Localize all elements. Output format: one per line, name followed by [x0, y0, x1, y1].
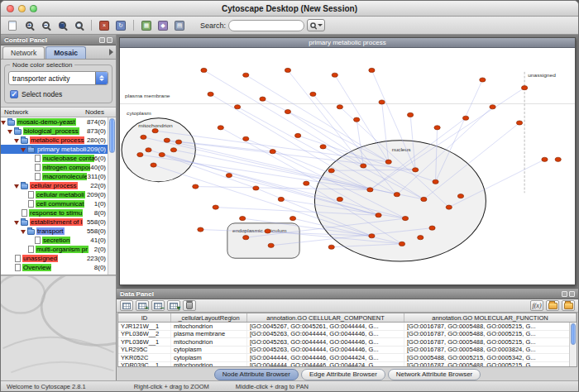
- table-cell[interactable]: cytoplasm: [171, 347, 247, 354]
- tab-node-attribute-browser[interactable]: Node Attribute Browser: [214, 369, 299, 380]
- close-window-icon[interactable]: [7, 5, 14, 12]
- tab-network-attribute-browser[interactable]: Network Attribute Browser: [388, 369, 481, 380]
- tab-scroll-right-icon[interactable]: [109, 49, 113, 55]
- float-panel-icon[interactable]: [99, 37, 105, 43]
- expander-icon[interactable]: [14, 136, 21, 144]
- delete-attribute-icon[interactable]: −: [151, 300, 165, 311]
- table-cell[interactable]: plasma membrane: [171, 331, 247, 338]
- tree-row-macromolecule[interactable]: macromolecule311(0): [1, 172, 108, 181]
- network-view-title-bar[interactable]: primary metabolic process: [120, 38, 575, 48]
- table-cell[interactable]: YPL036W__2: [118, 331, 171, 338]
- plugins-icon[interactable]: ▤: [172, 18, 187, 32]
- float-data-panel-icon[interactable]: [562, 291, 567, 297]
- tab-network[interactable]: Network: [2, 46, 45, 59]
- column-header-annotation-go-molecular-function[interactable]: annotation.GO MOLECULAR_FUNCTION: [404, 313, 577, 322]
- tree-row-mosaic-demo-yeast[interactable]: mosaic-demo-yeast874(0): [1, 117, 108, 127]
- table-cell[interactable]: [GO:0016787, GO:0005488, GO:0005215, G..…: [404, 338, 577, 346]
- zoom-in-icon[interactable]: +: [22, 18, 36, 32]
- table-cell[interactable]: [GO:0044444, GO:0044446, GO:0044424, G..…: [247, 354, 404, 361]
- table-row[interactable]: YLR295Ccytoplasm[GO:0045263, GO:0044444,…: [118, 347, 577, 355]
- tree-row-overview[interactable]: Overview8(0): [1, 263, 108, 272]
- annotation-tool-icon[interactable]: [5, 18, 20, 32]
- tree-row-unassigned[interactable]: unassigned223(0): [1, 254, 108, 263]
- destroy-view-icon[interactable]: ×: [97, 18, 112, 32]
- column-header--cellularlayoutregion[interactable]: _cellularLayoutRegion: [171, 313, 247, 322]
- close-panel-icon[interactable]: [107, 37, 112, 43]
- attribute-batch-icon[interactable]: ▾: [167, 300, 180, 311]
- table-cell[interactable]: mitochondrion: [171, 362, 247, 368]
- vizmapper-icon[interactable]: ◆: [156, 18, 170, 32]
- table-cell[interactable]: [GO:0016787, GO:0005488, GO:0005215, G..…: [404, 331, 577, 338]
- tab-edge-attribute-browser[interactable]: Edge Attribute Browser: [301, 369, 385, 380]
- table-cell[interactable]: [GO:0045267, GO:0045261, GO:0044444, G..…: [247, 323, 404, 330]
- table-row[interactable]: YJR121W__1mitochondrion[GO:0045267, GO:0…: [118, 323, 577, 331]
- table-cell[interactable]: [GO:0044444, GO:0044446, GO:0044424, G..…: [247, 362, 404, 368]
- title-bar[interactable]: Cytoscape Desktop (New Session): [1, 1, 578, 17]
- clear-table-icon[interactable]: [183, 300, 196, 311]
- tree-row-response-to-stimu[interactable]: response to stimu8(0): [1, 208, 108, 218]
- new-network-icon[interactable]: ▦: [139, 18, 154, 32]
- tree-row-establishment-of-l[interactable]: establishment of l558(0): [1, 218, 108, 227]
- birdseye-view[interactable]: [1, 275, 116, 380]
- tree-row-metabolic-process[interactable]: metabolic process280(0): [1, 136, 108, 145]
- table-cell[interactable]: YJR121W__1: [118, 323, 171, 330]
- table-cell[interactable]: [GO:0045263, GO:0044444, GO:0044446, G..…: [247, 338, 404, 346]
- expander-icon[interactable]: [14, 182, 21, 189]
- table-row[interactable]: YKR052Ccytoplasm[GO:0044444, GO:0044446,…: [118, 354, 577, 362]
- table-row[interactable]: YPL036W__1mitochondrion[GO:0045263, GO:0…: [118, 338, 577, 347]
- tree-scrollbar-thumb[interactable]: [109, 118, 115, 153]
- expander-icon[interactable]: [1, 118, 7, 126]
- formula-builder-icon[interactable]: f(x): [530, 300, 543, 311]
- tree-row-nucleobase-conta[interactable]: nucleobase conta6(0): [1, 154, 108, 163]
- select-nodes-checkbox[interactable]: [10, 90, 18, 98]
- table-cell[interactable]: [GO:0005488, GO:0005215, GO:0005342, G..…: [404, 354, 577, 361]
- tree-row-primary-metabolic-proce[interactable]: primary metabolic proce209(0): [1, 145, 108, 154]
- search-input[interactable]: [228, 20, 304, 31]
- minimize-window-icon[interactable]: [18, 5, 26, 12]
- zoom-out-icon[interactable]: −: [38, 18, 53, 32]
- expander-icon[interactable]: [14, 218, 21, 226]
- zoom-window-icon[interactable]: [30, 5, 37, 12]
- search-options-button[interactable]: [307, 19, 325, 31]
- table-cell[interactable]: cytoplasm: [171, 354, 247, 361]
- table-row[interactable]: YPL036W__2plasma membrane[GO:0045263, GO…: [118, 331, 577, 339]
- close-data-panel-icon[interactable]: [569, 291, 575, 297]
- table-cell[interactable]: YDR039C__1: [118, 362, 171, 368]
- select-attributes-icon[interactable]: [120, 300, 133, 311]
- table-cell[interactable]: [GO:0045263, GO:0044444, GO:0044446, G..…: [247, 331, 404, 338]
- expander-icon[interactable]: [21, 146, 27, 153]
- tree-row-transport[interactable]: transport558(0): [1, 227, 108, 236]
- table-scrollbar-thumb[interactable]: [571, 323, 576, 345]
- table-cell[interactable]: YLR295C: [118, 347, 171, 354]
- column-header-annotation-go-cellular-component[interactable]: annotation.GO CELLULAR_COMPONENT: [247, 313, 404, 322]
- table-cell[interactable]: YPL036W__1: [118, 338, 171, 346]
- open-attribute-file-icon[interactable]: [562, 300, 575, 311]
- table-cell[interactable]: [GO:0045263, GO:0044444, GO:0044446, G..…: [247, 347, 404, 354]
- tree-row-nitrogen-compou[interactable]: nitrogen compou40(0): [1, 163, 108, 172]
- network-view-frame[interactable]: primary metabolic process plasma membran…: [119, 37, 576, 285]
- column-header-id[interactable]: ID: [118, 313, 171, 322]
- table-cell[interactable]: [GO:0016787, GO:0005488, GO:0005215, G..…: [404, 362, 577, 368]
- tree-row-secretion[interactable]: secretion41(0): [1, 236, 108, 245]
- network-canvas[interactable]: plasma membranecytoplasmmitochondrionnuc…: [120, 48, 575, 284]
- import-attributes-icon[interactable]: [546, 300, 559, 311]
- expander-icon[interactable]: [7, 127, 14, 135]
- tree-row-multi-organism-pr[interactable]: multi-organism pr2(0): [1, 245, 108, 254]
- tree-row-cell-communicat[interactable]: cell communicat1(0): [1, 199, 108, 208]
- tab-mosaic[interactable]: Mosaic: [45, 46, 86, 59]
- table-cell[interactable]: YKR052C: [118, 354, 171, 361]
- node-color-dropdown[interactable]: transporter activity: [8, 71, 108, 85]
- expander-icon[interactable]: [21, 227, 27, 235]
- zoom-selected-icon[interactable]: ▣: [55, 18, 69, 32]
- table-cell[interactable]: [GO:0016787, GO:0005488, GO:0005215, G..…: [404, 323, 577, 330]
- tree-scrollbar[interactable]: [108, 117, 116, 275]
- tree-row-cellular-process[interactable]: cellular process22(0): [1, 181, 108, 190]
- zoom-fit-icon[interactable]: □: [71, 18, 86, 32]
- apply-layout-icon[interactable]: ↻: [113, 18, 128, 32]
- create-attribute-icon[interactable]: +: [136, 300, 149, 311]
- table-scrollbar[interactable]: [569, 323, 577, 366]
- tree-column-nodes[interactable]: Nodes: [85, 108, 104, 116]
- tree-column-network[interactable]: Network: [4, 108, 28, 116]
- table-cell[interactable]: [GO:0016787, GO:0005488, GO:0003824, G..…: [404, 347, 577, 354]
- table-cell[interactable]: mitochondrion: [171, 338, 247, 346]
